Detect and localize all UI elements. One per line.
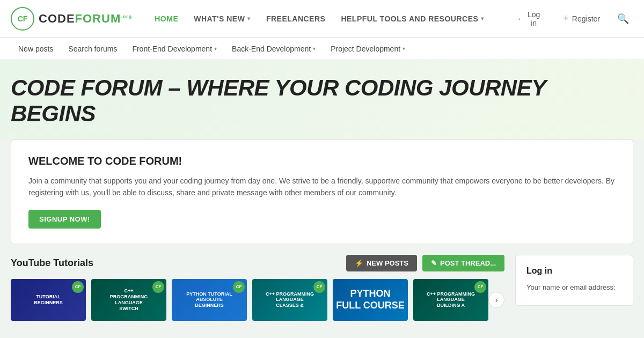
sidebar: Log in Your name or email address: xyxy=(515,255,633,321)
pp-logo-6: CF xyxy=(474,281,486,293)
video-thumb-3[interactable]: CF PYTHON TUTORIALABSOLUTEBEGINNERS xyxy=(172,279,247,321)
register-label: Register xyxy=(572,14,600,23)
sub-nav-front-end[interactable]: Front-End Development ▾ xyxy=(125,39,224,58)
back-end-label: Back-End Development xyxy=(232,45,311,53)
pp-logo-1: CF xyxy=(72,281,84,293)
tutorials-title: YouTube Tutorials xyxy=(11,258,93,269)
sub-nav-back-end[interactable]: Back-End Development ▾ xyxy=(224,39,323,58)
whats-new-chevron-icon: ▾ xyxy=(247,16,251,21)
video-next-button[interactable]: › xyxy=(488,292,504,308)
back-end-chevron-icon: ▾ xyxy=(313,46,316,52)
video-row: CF TUTORIALBEGINNERS CF C++PROGRAMMINGLA… xyxy=(11,279,504,321)
logo-code: CODE xyxy=(39,12,75,25)
welcome-title: WELCOME TO CODE FORUM! xyxy=(28,155,616,167)
sub-nav-search-forums[interactable]: Search forums xyxy=(61,39,125,58)
main-content: YouTube Tutorials ⚡ NEW POSTS ✎ POST THR… xyxy=(0,255,644,332)
search-icon: 🔍 xyxy=(617,13,629,24)
helpful-tools-chevron-icon: ▾ xyxy=(481,16,484,21)
hero-banner: CODE FORUM – WHERE YOUR CODING JOURNEY B… xyxy=(0,60,644,139)
video-thumb-4[interactable]: CF C++ PROGRAMMINGLANGUAGECLASSES & xyxy=(252,279,327,321)
search-button[interactable]: 🔍 xyxy=(613,9,633,29)
login-card: Log in Your name or email address: xyxy=(515,255,633,306)
post-thread-icon: ✎ xyxy=(431,259,437,267)
logo-text: CODEFORUM.org xyxy=(39,13,132,25)
post-thread-button[interactable]: ✎ POST THREAD... xyxy=(422,255,504,271)
front-end-label: Front-End Development xyxy=(132,45,212,53)
nav-item-freelancers[interactable]: FREELANCERS xyxy=(260,10,332,27)
helpful-tools-label: HELPFUL TOOLS AND RESOURCES xyxy=(341,14,478,23)
pp-logo-4: CF xyxy=(313,281,325,293)
pp-logo-3: CF xyxy=(233,281,245,293)
logo-link[interactable]: CF CODEFORUM.org xyxy=(11,7,132,31)
new-posts-button[interactable]: ⚡ NEW POSTS xyxy=(346,255,417,271)
video-label-1: TUTORIALBEGINNERS xyxy=(34,294,63,306)
post-thread-label: POST THREAD... xyxy=(440,259,496,267)
nav-item-whats-new[interactable]: WHAT'S NEW ▾ xyxy=(187,10,257,27)
new-posts-label: NEW POSTS xyxy=(367,259,408,267)
video-label-2: C++PROGRAMMINGLANGUAGESWITCH xyxy=(110,288,148,311)
sub-nav: New posts Search forums Front-End Develo… xyxy=(0,38,644,60)
login-field-label: Your name or email address: xyxy=(526,283,622,291)
main-nav: HOME WHAT'S NEW ▾ FREELANCERS HELPFUL TO… xyxy=(148,10,491,27)
welcome-card: WELCOME TO CODE FORUM! Join a community … xyxy=(11,139,633,244)
hero-title: CODE FORUM – WHERE YOUR CODING JOURNEY B… xyxy=(11,75,633,127)
header-actions: → Log in + Register 🔍 xyxy=(507,6,633,31)
login-card-title: Log in xyxy=(526,266,622,276)
front-end-chevron-icon: ▾ xyxy=(214,46,217,52)
section-header: YouTube Tutorials ⚡ NEW POSTS ✎ POST THR… xyxy=(11,255,504,271)
video-label-6: C++ PROGRAMMINGLANGUAGEBUILDING A xyxy=(427,291,475,308)
video-thumb-6[interactable]: CF C++ PROGRAMMINGLANGUAGEBUILDING A xyxy=(413,279,488,321)
register-icon: + xyxy=(563,13,569,24)
video-next-icon: › xyxy=(495,296,498,304)
register-button[interactable]: + Register xyxy=(555,9,608,28)
logo-org: .org xyxy=(121,13,132,19)
video-label-3: PYTHON TUTORIALABSOLUTEBEGINNERS xyxy=(186,291,232,308)
logo-forum: FORUM xyxy=(75,12,121,25)
nav-item-helpful-tools[interactable]: HELPFUL TOOLS AND RESOURCES ▾ xyxy=(334,10,490,27)
project-dev-chevron-icon: ▾ xyxy=(402,46,405,52)
new-posts-icon: ⚡ xyxy=(355,259,363,267)
login-button[interactable]: → Log in xyxy=(507,6,551,31)
section-actions: ⚡ NEW POSTS ✎ POST THREAD... xyxy=(346,255,504,271)
signup-button[interactable]: SIGNUP NOW! xyxy=(28,210,101,229)
nav-whats-new-label: WHAT'S NEW xyxy=(194,14,245,23)
login-icon: → xyxy=(514,14,522,23)
sub-nav-new-posts[interactable]: New posts xyxy=(11,39,61,58)
video-label-4: C++ PROGRAMMINGLANGUAGECLASSES & xyxy=(266,291,314,308)
welcome-description: Join a community that supports you and y… xyxy=(28,175,616,199)
logo-icon: CF xyxy=(11,7,34,31)
project-dev-label: Project Development xyxy=(331,45,400,53)
video-thumb-1[interactable]: CF TUTORIALBEGINNERS xyxy=(11,279,86,321)
login-label: Log in xyxy=(525,10,543,27)
sub-nav-project-dev[interactable]: Project Development ▾ xyxy=(323,39,413,58)
tutorials-section: YouTube Tutorials ⚡ NEW POSTS ✎ POST THR… xyxy=(11,255,504,321)
video-label-5: PYTHONFULL COURSE xyxy=(336,288,405,311)
logo-name: CODEFORUM.org xyxy=(39,13,132,25)
video-thumb-5[interactable]: PYTHONFULL COURSE xyxy=(333,279,408,321)
pp-logo-2: CF xyxy=(152,281,164,293)
video-thumb-2[interactable]: CF C++PROGRAMMINGLANGUAGESWITCH xyxy=(91,279,166,321)
site-header: CF CODEFORUM.org HOME WHAT'S NEW ▾ FREEL… xyxy=(0,0,644,38)
nav-item-home[interactable]: HOME xyxy=(148,10,185,27)
